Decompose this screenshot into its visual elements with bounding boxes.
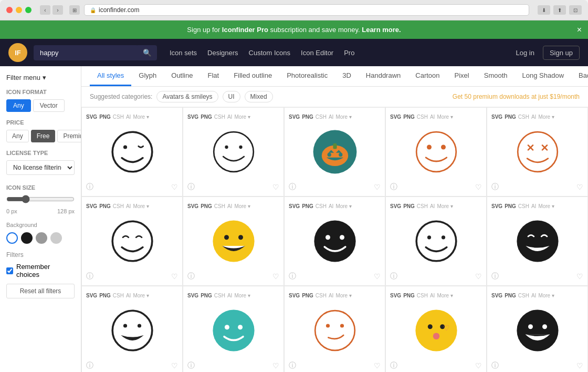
fmt-ai-8[interactable]: AI <box>329 203 333 209</box>
fmt-csh-10[interactable]: CSH <box>518 203 529 209</box>
icon-cell-11[interactable]: SVG PNG CSH AI More ▾ ⓘ <box>81 286 183 372</box>
fmt-svg-11[interactable]: SVG <box>86 293 97 298</box>
tab-photorealistic[interactable]: Photorealistic <box>279 66 335 86</box>
fmt-ai-7[interactable]: AI <box>227 203 232 209</box>
fmt-ai-10[interactable]: AI <box>531 203 536 209</box>
fmt-csh-1[interactable]: CSH <box>113 114 124 120</box>
fullscreen-button[interactable]: ⊡ <box>569 5 582 15</box>
reset-filters-button[interactable]: Reset all filters <box>6 284 75 298</box>
fmt-svg-12[interactable]: SVG <box>187 293 198 298</box>
fmt-png-9[interactable]: PNG <box>403 203 415 209</box>
fmt-more-5[interactable]: More ▾ <box>538 114 554 120</box>
fmt-ai-15[interactable]: AI <box>531 293 536 298</box>
fmt-svg-9[interactable]: SVG <box>390 203 401 209</box>
icon-info-button-15[interactable]: ⓘ <box>491 361 499 370</box>
fmt-more-3[interactable]: More ▾ <box>335 114 352 120</box>
fmt-more-11[interactable]: More ▾ <box>133 293 149 298</box>
fmt-more-15[interactable]: More ▾ <box>538 293 554 298</box>
fmt-svg-13[interactable]: SVG <box>289 293 300 298</box>
tab-flat[interactable]: Flat <box>200 66 226 86</box>
icon-fav-button-3[interactable]: ♡ <box>374 182 381 192</box>
fmt-ai-9[interactable]: AI <box>430 203 435 209</box>
icon-cell-12[interactable]: SVG PNG CSH AI More ▾ ⓘ ♡ <box>183 286 284 372</box>
price-premium-button[interactable]: Premium <box>57 130 81 142</box>
fmt-csh-9[interactable]: CSH <box>417 203 428 209</box>
nav-icon-sets[interactable]: Icon sets <box>170 49 197 57</box>
suggestion-avatars[interactable]: Avatars & smileys <box>156 91 218 102</box>
tab-outline[interactable]: Outline <box>164 66 200 86</box>
fmt-more-14[interactable]: More ▾ <box>437 293 453 298</box>
icon-info-button-14[interactable]: ⓘ <box>390 361 397 370</box>
fmt-svg-3[interactable]: SVG <box>289 114 300 120</box>
nav-designers[interactable]: Designers <box>207 49 238 57</box>
icon-cell-14[interactable]: SVG PNG CSH AI More ▾ ♡ ⓘ <box>385 286 487 372</box>
fmt-png-3[interactable]: PNG <box>302 114 313 120</box>
fmt-ai-5[interactable]: AI <box>531 114 536 120</box>
search-button[interactable]: 🔍 <box>138 45 157 60</box>
icon-fav-button-13[interactable]: ♡ <box>374 361 381 370</box>
icon-fav-button-6[interactable]: ♡ <box>171 272 178 281</box>
tab-long-shadow[interactable]: Long Shadow <box>515 66 572 86</box>
icon-fav-button-4[interactable]: ♡ <box>475 182 482 192</box>
fmt-svg-10[interactable]: SVG <box>491 203 502 209</box>
icon-fav-button-10[interactable]: ♡ <box>576 272 583 281</box>
signup-button[interactable]: Sign up <box>543 46 580 60</box>
icon-cell-9[interactable]: SVG PNG CSH AI More ▾ ⓘ ♡ <box>385 197 487 286</box>
tab-glyph[interactable]: Glyph <box>131 66 164 86</box>
fmt-csh-15[interactable]: CSH <box>518 293 529 298</box>
fmt-svg-8[interactable]: SVG <box>289 203 300 209</box>
icon-fav-button-11[interactable]: ♡ <box>171 361 178 370</box>
forward-button[interactable]: › <box>52 5 63 15</box>
fmt-more-8[interactable]: More ▾ <box>335 203 352 209</box>
icon-cell-3[interactable]: SVG PNG CSH AI More ▾ <box>284 107 385 197</box>
fmt-png-12[interactable]: PNG <box>201 293 212 298</box>
fmt-png-8[interactable]: PNG <box>302 203 313 209</box>
icon-cell-4[interactable]: SVG PNG CSH AI More ▾ ⓘ ♡ <box>385 107 487 197</box>
icon-info-button-9[interactable]: ⓘ <box>390 272 397 281</box>
fmt-png-13[interactable]: PNG <box>302 293 313 298</box>
size-slider[interactable] <box>6 195 75 203</box>
share-button[interactable]: ⬆ <box>553 5 566 15</box>
fmt-ai-13[interactable]: AI <box>329 293 333 298</box>
tab-3d[interactable]: 3D <box>335 66 359 86</box>
icon-cell-7[interactable]: SVG PNG CSH AI More ▾ ⓘ <box>183 197 284 286</box>
fmt-png-4[interactable]: PNG <box>403 114 415 120</box>
price-any-button[interactable]: Any <box>6 130 29 142</box>
fmt-csh-12[interactable]: CSH <box>214 293 225 298</box>
license-select[interactable]: No license filtering <box>6 160 75 175</box>
icon-cell-5[interactable]: SVG PNG CSH AI More ▾ <box>487 107 588 197</box>
icon-info-button-11[interactable]: ⓘ <box>86 361 93 370</box>
fmt-more-12[interactable]: More ▾ <box>234 293 250 298</box>
tab-pixel[interactable]: Pixel <box>447 66 477 86</box>
fmt-ai-1[interactable]: AI <box>126 114 131 120</box>
download-button[interactable]: ⬇ <box>538 5 550 15</box>
fmt-svg-5[interactable]: SVG <box>491 114 502 120</box>
fmt-more-13[interactable]: More ▾ <box>335 293 352 298</box>
search-input[interactable] <box>34 45 139 60</box>
icon-cell-15[interactable]: SVG PNG CSH AI More ▾ ⓘ <box>487 286 588 372</box>
promo-link[interactable]: Learn more. <box>362 26 401 34</box>
fmt-more-9[interactable]: More ▾ <box>437 203 453 209</box>
tab-all-styles[interactable]: All styles <box>90 66 131 86</box>
fmt-csh-14[interactable]: CSH <box>417 293 428 298</box>
icon-info-button-4[interactable]: ⓘ <box>390 182 397 192</box>
icon-fav-button-12[interactable]: ♡ <box>272 361 279 370</box>
fmt-svg-15[interactable]: SVG <box>491 293 502 298</box>
fmt-png-14[interactable]: PNG <box>403 293 415 298</box>
nav-icon-editor[interactable]: Icon Editor <box>301 49 333 57</box>
icon-info-button-10[interactable]: ⓘ <box>491 272 499 281</box>
icon-info-button-7[interactable]: ⓘ <box>187 272 195 281</box>
icon-fav-button-1[interactable]: ♡ <box>171 182 178 192</box>
fmt-ai-4[interactable]: AI <box>430 114 435 120</box>
fmt-svg-14[interactable]: SVG <box>390 293 401 298</box>
fmt-png-5[interactable]: PNG <box>505 114 516 120</box>
sidebar-toggle[interactable]: ⊞ <box>69 5 80 15</box>
fmt-more-2[interactable]: More ▾ <box>234 114 250 120</box>
fmt-svg-2[interactable]: SVG <box>187 114 198 120</box>
fmt-ai-11[interactable]: AI <box>126 293 131 298</box>
fmt-ai-14[interactable]: AI <box>430 293 435 298</box>
icon-cell-8[interactable]: SVG PNG CSH AI More ▾ ⓘ ♡ <box>284 197 385 286</box>
nav-custom-icons[interactable]: Custom Icons <box>249 49 290 57</box>
fmt-ai-6[interactable]: AI <box>126 203 131 209</box>
icon-cell-1[interactable]: SVG PNG CSH AI More ▾ ⓘ ♡ <box>81 107 183 197</box>
